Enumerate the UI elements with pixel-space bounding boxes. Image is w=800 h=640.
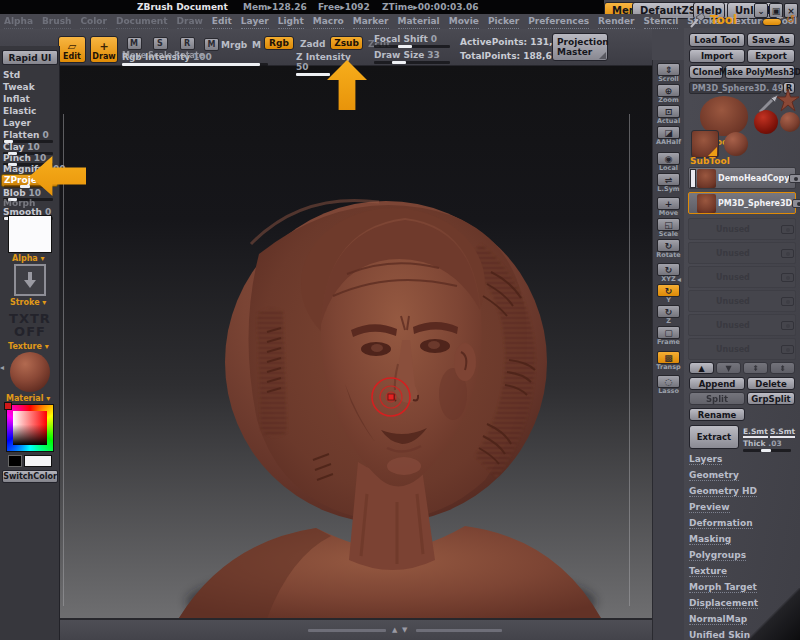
zoom-button[interactable]: ⊕Zoom <box>655 84 682 104</box>
material-thumbnail[interactable] <box>10 352 50 392</box>
menu-item[interactable]: Brush <box>42 16 71 29</box>
actual-button[interactable]: ⊡Actual <box>655 105 682 125</box>
extract-button[interactable]: Extract <box>689 425 739 449</box>
draw-size-slider[interactable]: Draw Size 33 <box>374 50 452 64</box>
saturation-square[interactable] <box>13 411 47 445</box>
menu-item[interactable]: Layer <box>241 16 269 29</box>
lasso-button[interactable]: ◌Lasso <box>655 375 682 395</box>
local-button[interactable]: ◉Local <box>655 152 682 172</box>
scale-3d-button[interactable]: ◱Scale <box>655 218 682 238</box>
subpalette-morph-target[interactable]: Morph Target <box>689 582 757 592</box>
brush-layer[interactable]: Layer <box>3 118 58 129</box>
rotate-3d-button[interactable]: ↻Rotate <box>655 239 682 259</box>
mrgb-button[interactable]: Mrgb <box>221 40 247 50</box>
stroke-menu[interactable]: Stroke ▾ <box>10 298 46 307</box>
brush-clay[interactable]: Clay10 <box>3 142 58 153</box>
load-tool-button[interactable]: Load Tool <box>689 33 745 47</box>
projection-master-button[interactable]: Projection Master <box>552 33 608 61</box>
tool-slot-sphere[interactable] <box>724 132 748 156</box>
aahalf-button[interactable]: ◪AAHalf <box>655 126 682 146</box>
visibility-eye-icon[interactable] <box>789 174 800 183</box>
texture-menu[interactable]: Texture ▾ <box>8 342 49 351</box>
brush-elastic[interactable]: Elastic <box>3 106 58 117</box>
grpsplit-button[interactable]: GrpSplit <box>747 392 795 405</box>
subtool-top-button[interactable]: ⇞ <box>743 362 768 374</box>
subtool-down-button[interactable]: ▼ <box>716 362 741 374</box>
color-picker[interactable] <box>6 404 54 452</box>
rapid-ui-header[interactable]: Rapid UI <box>2 50 58 65</box>
clone-button[interactable]: Clone <box>689 65 723 79</box>
brush-tweak[interactable]: Tweak <box>3 82 58 93</box>
subtool-section-header[interactable]: SubTool <box>690 156 730 166</box>
subpalette-geometry[interactable]: Geometry <box>689 470 739 480</box>
delete-button[interactable]: Delete <box>747 377 795 390</box>
subtool-bottom-button[interactable]: ⇟ <box>770 362 795 374</box>
sphere-tool-thumbnail[interactable] <box>780 112 800 132</box>
rgb-button[interactable]: Rgb <box>264 36 294 50</box>
zadd-button[interactable]: Zadd <box>300 39 325 49</box>
color-swatch-black[interactable] <box>8 455 22 467</box>
brush-std[interactable]: Std <box>3 70 58 81</box>
axis-z-button[interactable]: ↻Z <box>655 305 682 325</box>
subtool-item-demoheadcopy[interactable]: DemoHeadCopy <box>688 167 796 189</box>
menu-item[interactable]: Alpha <box>4 16 33 29</box>
save-as-button[interactable]: Save As <box>747 33 795 47</box>
color-swatch-white[interactable] <box>24 455 52 467</box>
brush-inflat[interactable]: Inflat <box>3 94 58 105</box>
alpha-menu[interactable]: Alpha ▾ <box>12 254 45 263</box>
import-button[interactable]: Import <box>689 49 745 63</box>
palette-pin-icon[interactable] <box>762 18 782 26</box>
panel-divider-arrow[interactable]: ◂ <box>677 276 681 284</box>
append-button[interactable]: Append <box>689 377 745 390</box>
menu-item[interactable]: Light <box>278 16 304 29</box>
tray-collapse-arrow[interactable]: ◂ <box>0 364 4 372</box>
draw-button[interactable]: + Draw <box>90 36 118 63</box>
brush-flatten[interactable]: Flatten0 <box>3 130 58 141</box>
menu-item[interactable]: Document <box>116 16 168 29</box>
stroke-thumbnail[interactable] <box>14 264 46 296</box>
rename-button[interactable]: Rename <box>689 408 745 421</box>
subpalette-deformation[interactable]: Deformation <box>689 518 753 528</box>
thick-slider[interactable]: Thick .03 <box>743 438 793 452</box>
subpalette-geometry-hd[interactable]: Geometry HD <box>689 486 757 496</box>
move-3d-button[interactable]: +Move <box>655 197 682 217</box>
current-tool-slider[interactable]: PM3D_Sphere3D. 49 <box>689 82 781 94</box>
rgb-intensity-slider[interactable]: Rgb Intensity 100 <box>122 52 270 66</box>
menu-item[interactable]: Material <box>398 16 440 29</box>
material-menu[interactable]: Material ▾ <box>6 394 50 403</box>
subpalette-normalmap[interactable]: NormalMap <box>689 614 747 624</box>
restore-config-icon[interactable]: ↺ <box>786 13 795 26</box>
subpalette-texture[interactable]: Texture <box>689 566 727 576</box>
menu-item[interactable]: Edit <box>212 16 232 29</box>
e-smt-slider[interactable]: E.Smt <box>743 426 768 436</box>
m-button[interactable]: M <box>252 40 261 50</box>
lsym-button[interactable]: ⇌L.Sym <box>655 173 682 193</box>
menu-item[interactable]: Stencil <box>644 16 679 29</box>
subpalette-unified-skin[interactable]: Unified Skin <box>689 630 750 640</box>
edit-button[interactable]: ▱ Edit <box>58 36 86 63</box>
menu-item[interactable]: Preferences <box>528 16 589 29</box>
subpalette-masking[interactable]: Masking <box>689 534 731 544</box>
menu-item[interactable]: Movie <box>449 16 479 29</box>
split-button[interactable]: Split <box>689 392 745 405</box>
menu-item[interactable]: Marker <box>353 16 389 29</box>
focal-shift-slider[interactable]: Focal Shift 0 <box>374 34 452 48</box>
tray-divider[interactable] <box>308 629 386 632</box>
tool-palette-title[interactable]: Tool <box>710 13 737 27</box>
s-smt-slider[interactable]: S.Smt <box>770 426 795 436</box>
axis-y-button[interactable]: ↻Y <box>655 284 682 304</box>
tray-expand-up-icon[interactable]: ▲ <box>392 626 397 634</box>
red-sphere-tool-thumbnail[interactable] <box>754 110 778 134</box>
menu-item[interactable]: Draw <box>177 16 203 29</box>
export-button[interactable]: Export <box>747 49 795 63</box>
scroll-button[interactable]: ⇕Scroll <box>655 63 682 83</box>
tray-expand-down-icon[interactable]: ▼ <box>402 626 407 634</box>
frame-button[interactable]: ▢Frame <box>655 326 682 346</box>
canvas[interactable]: ▲ ▼ <box>60 64 652 640</box>
subtool-item-pm3d-sphere3d[interactable]: PM3D_Sphere3D <box>688 192 796 214</box>
menu-item[interactable]: Macro <box>313 16 344 29</box>
subpalette-preview[interactable]: Preview <box>689 502 730 512</box>
menu-item[interactable]: Picker <box>488 16 519 29</box>
zsub-button[interactable]: Zsub <box>330 36 363 50</box>
menu-item[interactable]: Color <box>80 16 107 29</box>
